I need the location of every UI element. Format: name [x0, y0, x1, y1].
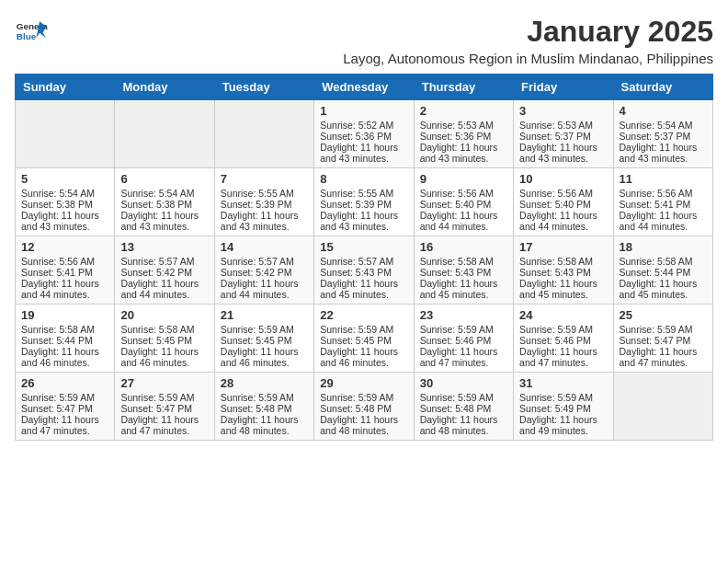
day-info: Daylight: 11 hours and 46 minutes. [21, 346, 108, 368]
day-info: Sunset: 5:43 PM [519, 267, 607, 278]
day-info: Sunset: 5:39 PM [320, 199, 407, 210]
day-info: Daylight: 11 hours and 47 minutes. [519, 346, 607, 368]
day-info: Daylight: 11 hours and 47 minutes. [620, 346, 707, 368]
calendar-header-row: SundayMondayTuesdayWednesdayThursdayFrid… [16, 75, 713, 100]
day-info: Sunset: 5:41 PM [21, 267, 108, 278]
calendar-cell: 10Sunrise: 5:56 AMSunset: 5:40 PMDayligh… [514, 168, 613, 236]
weekday-header-monday: Monday [115, 75, 214, 100]
calendar-cell: 1Sunrise: 5:52 AMSunset: 5:36 PMDaylight… [314, 100, 414, 168]
day-number: 19 [21, 308, 108, 322]
calendar-cell: 17Sunrise: 5:58 AMSunset: 5:43 PMDayligh… [514, 236, 613, 304]
day-info: Sunrise: 5:59 AM [320, 392, 407, 403]
day-info: Daylight: 11 hours and 44 minutes. [221, 278, 308, 300]
week-row-3: 12Sunrise: 5:56 AMSunset: 5:41 PMDayligh… [16, 236, 713, 304]
day-info: Sunrise: 5:55 AM [320, 188, 407, 199]
day-number: 2 [420, 104, 507, 118]
day-number: 21 [221, 308, 308, 322]
day-number: 12 [21, 240, 108, 254]
day-info: Sunset: 5:36 PM [320, 131, 407, 142]
calendar-cell: 18Sunrise: 5:58 AMSunset: 5:44 PMDayligh… [613, 236, 712, 304]
day-number: 4 [620, 104, 707, 118]
calendar-cell: 11Sunrise: 5:56 AMSunset: 5:41 PMDayligh… [613, 168, 712, 236]
day-info: Sunrise: 5:59 AM [420, 392, 507, 403]
day-info: Daylight: 11 hours and 49 minutes. [519, 414, 607, 436]
day-info: Daylight: 11 hours and 45 minutes. [420, 278, 507, 300]
day-info: Sunrise: 5:58 AM [519, 256, 607, 267]
day-number: 11 [620, 172, 707, 186]
day-number: 17 [519, 240, 607, 254]
day-number: 25 [620, 308, 707, 322]
day-number: 10 [519, 172, 607, 186]
week-row-5: 26Sunrise: 5:59 AMSunset: 5:47 PMDayligh… [16, 373, 713, 441]
calendar-cell: 24Sunrise: 5:59 AMSunset: 5:46 PMDayligh… [514, 304, 613, 373]
day-info: Sunset: 5:48 PM [420, 403, 507, 414]
day-info: Sunset: 5:47 PM [620, 335, 707, 346]
day-info: Sunrise: 5:59 AM [420, 324, 507, 335]
day-info: Daylight: 11 hours and 48 minutes. [420, 414, 507, 436]
day-info: Sunrise: 5:56 AM [620, 188, 707, 199]
calendar-cell [115, 100, 214, 168]
weekday-header-saturday: Saturday [613, 75, 712, 100]
day-info: Daylight: 11 hours and 44 minutes. [420, 210, 507, 232]
calendar-cell: 28Sunrise: 5:59 AMSunset: 5:48 PMDayligh… [214, 373, 313, 441]
day-info: Sunrise: 5:59 AM [120, 392, 208, 403]
day-number: 1 [320, 104, 407, 118]
day-info: Daylight: 11 hours and 44 minutes. [21, 278, 108, 300]
calendar-cell: 26Sunrise: 5:59 AMSunset: 5:47 PMDayligh… [16, 373, 115, 441]
day-info: Sunset: 5:43 PM [320, 267, 407, 278]
day-info: Daylight: 11 hours and 45 minutes. [519, 278, 607, 300]
day-info: Daylight: 11 hours and 43 minutes. [420, 142, 507, 164]
day-info: Sunrise: 5:59 AM [221, 324, 308, 335]
day-number: 18 [620, 240, 707, 254]
week-row-2: 5Sunrise: 5:54 AMSunset: 5:38 PMDaylight… [16, 168, 713, 236]
day-info: Sunset: 5:37 PM [519, 131, 607, 142]
calendar-cell: 14Sunrise: 5:57 AMSunset: 5:42 PMDayligh… [214, 236, 313, 304]
calendar-cell: 31Sunrise: 5:59 AMSunset: 5:49 PMDayligh… [514, 373, 613, 441]
day-info: Sunrise: 5:55 AM [221, 188, 308, 199]
day-info: Daylight: 11 hours and 43 minutes. [620, 142, 707, 164]
day-info: Sunset: 5:36 PM [420, 131, 507, 142]
day-info: Sunset: 5:43 PM [420, 267, 507, 278]
day-info: Sunrise: 5:58 AM [21, 324, 108, 335]
day-info: Daylight: 11 hours and 43 minutes. [320, 210, 407, 232]
calendar-cell: 8Sunrise: 5:55 AMSunset: 5:39 PMDaylight… [314, 168, 414, 236]
day-info: Daylight: 11 hours and 47 minutes. [120, 414, 208, 436]
day-info: Daylight: 11 hours and 48 minutes. [320, 414, 407, 436]
day-info: Sunset: 5:46 PM [420, 335, 507, 346]
day-number: 3 [519, 104, 607, 118]
calendar-cell: 4Sunrise: 5:54 AMSunset: 5:37 PMDaylight… [613, 100, 712, 168]
calendar-cell: 6Sunrise: 5:54 AMSunset: 5:38 PMDaylight… [115, 168, 214, 236]
day-info: Sunset: 5:47 PM [120, 403, 208, 414]
day-number: 22 [320, 308, 407, 322]
page-header: General Blue January 2025 Layog, Autonom… [15, 15, 713, 66]
day-number: 6 [120, 172, 208, 186]
day-number: 27 [120, 376, 208, 390]
day-info: Sunset: 5:49 PM [519, 403, 607, 414]
day-number: 30 [420, 376, 507, 390]
day-info: Daylight: 11 hours and 47 minutes. [21, 414, 108, 436]
day-number: 24 [519, 308, 607, 322]
calendar-cell: 2Sunrise: 5:53 AMSunset: 5:36 PMDaylight… [414, 100, 513, 168]
day-info: Sunrise: 5:59 AM [21, 392, 108, 403]
day-info: Sunrise: 5:57 AM [120, 256, 208, 267]
calendar-cell: 27Sunrise: 5:59 AMSunset: 5:47 PMDayligh… [115, 373, 214, 441]
calendar-table: SundayMondayTuesdayWednesdayThursdayFrid… [15, 74, 713, 441]
weekday-header-sunday: Sunday [16, 75, 115, 100]
day-info: Sunrise: 5:54 AM [120, 188, 208, 199]
day-info: Sunset: 5:47 PM [21, 403, 108, 414]
calendar-cell: 23Sunrise: 5:59 AMSunset: 5:46 PMDayligh… [414, 304, 513, 373]
calendar-cell: 13Sunrise: 5:57 AMSunset: 5:42 PMDayligh… [115, 236, 214, 304]
calendar-cell: 16Sunrise: 5:58 AMSunset: 5:43 PMDayligh… [414, 236, 513, 304]
day-number: 5 [21, 172, 108, 186]
day-info: Sunset: 5:39 PM [221, 199, 308, 210]
day-info: Sunrise: 5:59 AM [221, 392, 308, 403]
day-info: Sunset: 5:40 PM [519, 199, 607, 210]
day-info: Sunrise: 5:58 AM [120, 324, 208, 335]
day-info: Sunrise: 5:57 AM [320, 256, 407, 267]
subtitle: Layog, Autonomous Region in Muslim Minda… [343, 51, 713, 66]
day-info: Sunset: 5:45 PM [120, 335, 208, 346]
day-number: 8 [320, 172, 407, 186]
day-info: Daylight: 11 hours and 43 minutes. [21, 210, 108, 232]
calendar-cell: 21Sunrise: 5:59 AMSunset: 5:45 PMDayligh… [214, 304, 313, 373]
calendar-cell: 22Sunrise: 5:59 AMSunset: 5:45 PMDayligh… [314, 304, 414, 373]
